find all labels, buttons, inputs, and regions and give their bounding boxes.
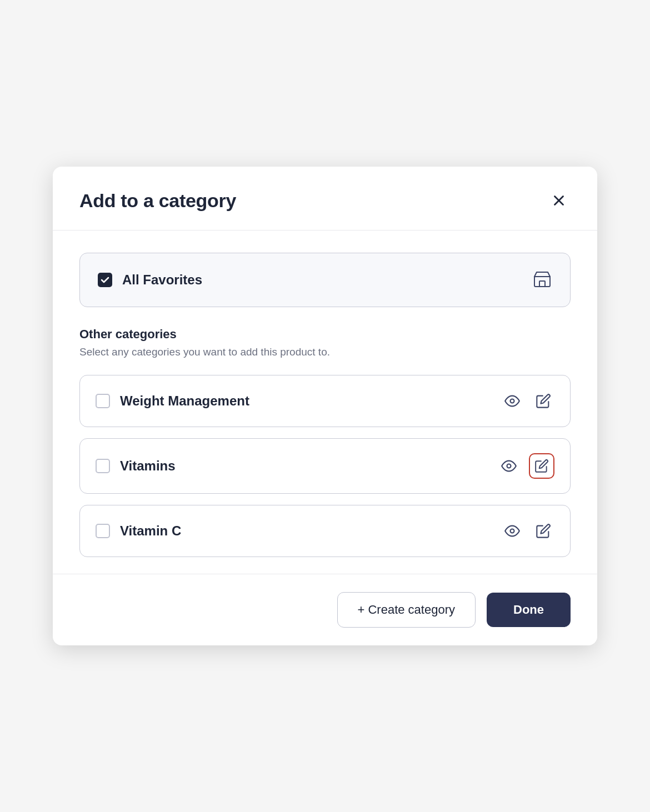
checkmark-icon [101, 275, 109, 284]
all-favorites-card[interactable]: All Favorites [79, 253, 571, 307]
create-category-button[interactable]: + Create category [337, 592, 476, 628]
add-to-category-modal: Add to a category All Favorites [53, 167, 597, 645]
category-card-vitamin-c: Vitamin C [79, 505, 571, 557]
edit-icon [536, 393, 551, 409]
vitamin-c-edit-button[interactable] [532, 520, 554, 542]
edit-icon-highlighted [534, 459, 549, 473]
store-icon [532, 269, 552, 289]
all-favorites-label: All Favorites [122, 272, 202, 288]
weight-management-label: Weight Management [120, 393, 249, 409]
vitamins-checkbox[interactable] [96, 459, 110, 473]
other-categories-description: Select any categories you want to add th… [79, 346, 571, 358]
vitamins-label: Vitamins [120, 458, 176, 474]
category-card-left: Weight Management [96, 393, 249, 409]
close-icon [551, 192, 567, 209]
eye-icon [504, 393, 520, 409]
all-favorites-left: All Favorites [98, 272, 202, 288]
svg-point-5 [511, 399, 514, 403]
svg-point-6 [507, 464, 511, 468]
done-button[interactable]: Done [487, 593, 571, 627]
vitamin-c-checkbox[interactable] [96, 524, 110, 538]
edit-icon [536, 523, 551, 539]
category-card-left: Vitamins [96, 458, 176, 474]
modal-header: Add to a category [53, 167, 597, 230]
eye-icon [504, 523, 520, 539]
eye-icon [501, 458, 517, 474]
weight-management-edit-button[interactable] [532, 390, 554, 412]
other-categories-title: Other categories [79, 327, 571, 342]
weight-management-actions [501, 390, 554, 412]
modal-title: Add to a category [79, 190, 236, 212]
category-card-weight-management: Weight Management [79, 375, 571, 427]
vitamin-c-view-button[interactable] [501, 520, 523, 542]
svg-point-7 [511, 529, 514, 533]
modal-body: All Favorites Other categories Select an… [53, 230, 597, 557]
vitamin-c-actions [501, 520, 554, 542]
svg-rect-3 [539, 281, 545, 287]
close-button[interactable] [547, 189, 571, 212]
vitamin-c-label: Vitamin C [120, 523, 181, 539]
other-categories-section: Other categories Select any categories y… [79, 327, 571, 358]
category-card-left: Vitamin C [96, 523, 181, 539]
weight-management-checkbox[interactable] [96, 394, 110, 408]
vitamins-edit-button[interactable] [529, 453, 554, 479]
modal-footer: + Create category Done [53, 574, 597, 645]
all-favorites-checkbox[interactable] [98, 273, 112, 287]
weight-management-view-button[interactable] [501, 390, 523, 412]
category-card-vitamins: Vitamins [79, 438, 571, 494]
store-icon-wrapper [532, 269, 552, 291]
vitamins-actions [498, 453, 554, 479]
vitamins-view-button[interactable] [498, 455, 520, 477]
